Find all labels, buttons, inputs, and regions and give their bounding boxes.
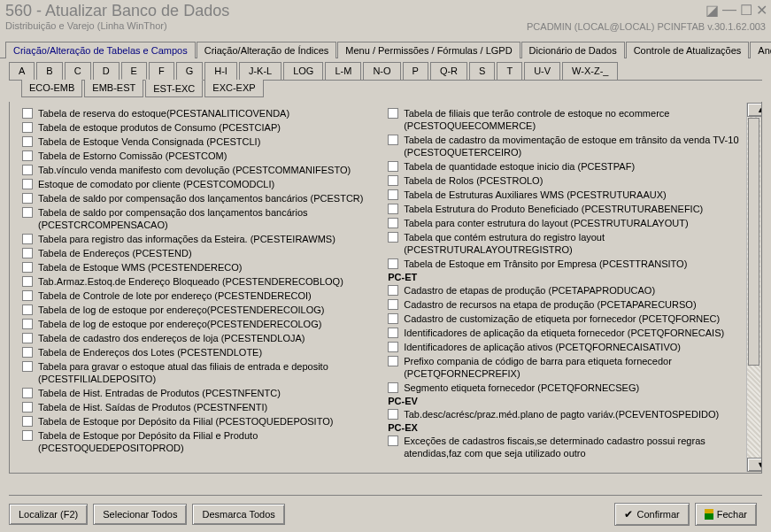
checkbox[interactable] xyxy=(388,299,398,310)
letter-tab[interactable]: T xyxy=(497,62,522,80)
checkbox[interactable] xyxy=(388,328,398,338)
checkbox[interactable] xyxy=(22,136,33,147)
letter-tab[interactable]: P xyxy=(403,62,428,80)
checkbox[interactable] xyxy=(22,430,33,441)
letter-tab[interactable]: S xyxy=(469,62,495,80)
item-label: Tabela de Endereços dos Lotes (PCESTENDL… xyxy=(38,346,262,359)
item-label: Cadastro de customização de etiqueta por… xyxy=(404,312,720,325)
letter-tab[interactable]: W-X-Z-_ xyxy=(562,62,618,80)
letter-tab[interactable]: B xyxy=(36,62,62,80)
close-button[interactable]: Fechar xyxy=(695,503,757,526)
letter-tab[interactable]: C xyxy=(65,62,91,80)
checkbox[interactable] xyxy=(388,218,398,228)
close-icon[interactable]: ✕ xyxy=(756,2,767,19)
minimize-icon[interactable]: ― xyxy=(722,2,736,19)
letter-tab[interactable]: J-K-L xyxy=(239,62,281,80)
checkbox[interactable] xyxy=(22,402,33,412)
checkbox[interactable] xyxy=(388,285,398,296)
list-item: Tabela de cadastro da movimentação de es… xyxy=(388,134,751,158)
checkbox[interactable] xyxy=(22,276,33,287)
letter-tab[interactable]: N-O xyxy=(363,62,400,80)
letter-tab[interactable]: H-I xyxy=(204,62,237,80)
letter-tab[interactable]: D xyxy=(93,62,120,80)
checkbox[interactable] xyxy=(22,361,33,372)
item-label: Tabela de quantidade estoque inicio dia … xyxy=(404,160,635,173)
letter-tab[interactable]: E xyxy=(121,62,147,80)
sub-tab[interactable]: ECO-EMB xyxy=(21,80,82,97)
scroll-up-icon[interactable]: ▲ xyxy=(747,103,762,117)
checkbox[interactable] xyxy=(22,165,33,175)
checkbox[interactable] xyxy=(388,232,398,243)
find-button[interactable]: Localizar (F2) xyxy=(9,504,88,525)
checkbox[interactable] xyxy=(388,258,398,269)
checkbox[interactable] xyxy=(22,290,33,301)
deselect-all-button[interactable]: Desmarca Todos xyxy=(192,504,284,525)
main-tab[interactable]: Menu / Permissões / Fórmulas / LGPD xyxy=(337,42,520,58)
checkbox[interactable] xyxy=(22,207,33,218)
confirm-button[interactable]: Confirmar xyxy=(614,503,689,526)
list-item: Tabela de cadastro dos endereços de loja… xyxy=(22,332,382,344)
scroll-down-icon[interactable]: ▼ xyxy=(747,458,762,472)
checkbox[interactable] xyxy=(22,333,33,343)
item-label: Tabela de Hist. Saídas de Produtos (PCES… xyxy=(38,401,267,413)
checkbox[interactable] xyxy=(22,193,33,204)
letter-tab[interactable]: U-V xyxy=(524,62,560,80)
main-tab[interactable]: Dicionário de Dados xyxy=(521,42,625,58)
checkbox[interactable] xyxy=(388,342,398,352)
sub-tab[interactable]: EXC-EXP xyxy=(204,80,263,97)
checkbox[interactable] xyxy=(388,135,398,145)
main-tab[interactable]: Controle de Atualizações xyxy=(626,42,750,58)
checkbox[interactable] xyxy=(388,436,398,446)
checkbox[interactable] xyxy=(22,122,33,133)
maximize-icon[interactable]: ☐ xyxy=(740,2,752,19)
letter-tab[interactable]: L-M xyxy=(325,62,361,80)
checkbox[interactable] xyxy=(22,416,33,427)
checkbox[interactable] xyxy=(388,175,398,186)
checkbox[interactable] xyxy=(22,262,33,273)
checkbox[interactable] xyxy=(388,189,398,200)
sub-tab[interactable]: EST-EXC xyxy=(145,80,203,97)
sub-tab[interactable]: EMB-EST xyxy=(84,80,143,97)
scroll-thumb[interactable] xyxy=(748,118,759,366)
main-tab[interactable]: Criação/Alteração de Índices xyxy=(197,42,337,58)
checkbox[interactable] xyxy=(388,313,398,324)
checkbox[interactable] xyxy=(22,234,33,244)
section-header: PC-EV xyxy=(388,396,751,406)
list-item: Tabela para gravar o estoque atual das f… xyxy=(22,360,382,385)
checkbox[interactable] xyxy=(22,388,33,398)
select-all-button[interactable]: Selecionar Todos xyxy=(93,504,187,525)
letter-tabs: ABCDEFGH-IJ-K-LLOGL-MN-OPQ-RSTU-VW-X-Z-_ xyxy=(0,58,771,80)
checkbox[interactable] xyxy=(388,382,398,393)
letter-tab[interactable]: G xyxy=(176,62,204,80)
item-label: Tab.vínculo venda manifesto com devoluçã… xyxy=(38,164,351,176)
list-item: Tabela Estrutura do Produto Beneficiado … xyxy=(388,203,751,215)
checkbox[interactable] xyxy=(22,248,33,258)
checkbox[interactable] xyxy=(22,108,33,119)
item-label: Tabela de Hist. Entradas de Produtos (PC… xyxy=(38,387,281,399)
vertical-scrollbar[interactable]: ▲ ▼ xyxy=(746,103,760,472)
checkbox[interactable] xyxy=(388,204,398,214)
list-item: Tabela de log de estoque por endereço(PC… xyxy=(22,304,382,316)
edit-icon[interactable]: ◪ xyxy=(705,2,719,19)
checkbox[interactable] xyxy=(388,356,398,366)
main-tab[interactable]: Andame xyxy=(750,42,771,58)
checkbox[interactable] xyxy=(388,161,398,172)
checkbox[interactable] xyxy=(22,150,33,161)
checkbox[interactable] xyxy=(388,108,398,119)
checkbox[interactable] xyxy=(22,347,33,358)
item-label: Tabela de Estoque WMS (PCESTENDERECO) xyxy=(38,261,242,274)
item-label: Tabela que contém estrutura do registro … xyxy=(404,231,751,256)
letter-tab[interactable]: A xyxy=(9,62,35,80)
main-tab[interactable]: Criação/Alteração de Tabelas e Campos xyxy=(5,42,196,58)
list-item: Tabela de quantidade estoque inicio dia … xyxy=(388,160,751,173)
checkbox[interactable] xyxy=(22,319,33,329)
letter-tab[interactable]: LOG xyxy=(283,62,323,80)
list-item: Tabela de Endereços (PCESTEND) xyxy=(22,247,382,259)
checkbox[interactable] xyxy=(388,409,398,420)
list-item: Tabela de Estoque por Depósito da Filial… xyxy=(22,415,382,428)
checkbox[interactable] xyxy=(22,305,33,315)
list-item: Tabela para conter estrutura do layout (… xyxy=(388,217,751,229)
letter-tab[interactable]: Q-R xyxy=(430,62,467,80)
checkbox[interactable] xyxy=(22,179,33,189)
letter-tab[interactable]: F xyxy=(149,62,174,80)
